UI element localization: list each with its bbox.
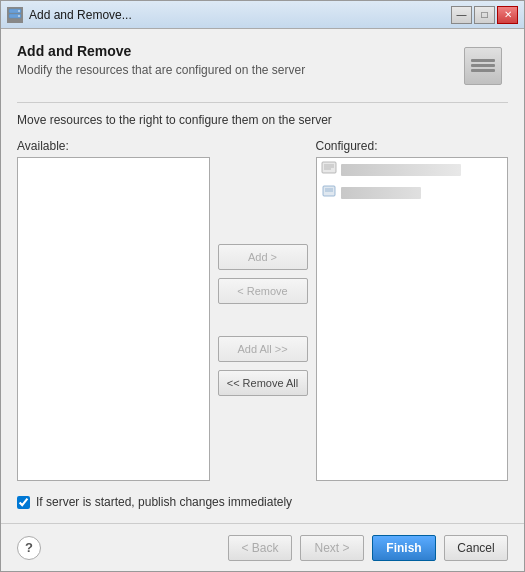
title-bar-buttons: — □ ✕ — [451, 6, 518, 24]
window-title: Add and Remove... — [29, 8, 451, 22]
remove-all-button[interactable]: << Remove All — [218, 370, 308, 396]
checkbox-label[interactable]: If server is started, publish changes im… — [36, 495, 292, 509]
dialog-subtitle: Modify the resources that are configured… — [17, 63, 458, 77]
item-text-2 — [341, 187, 421, 199]
remove-button[interactable]: < Remove — [218, 278, 308, 304]
available-label: Available: — [17, 139, 210, 153]
help-button[interactable]: ? — [17, 536, 41, 560]
header-divider — [17, 102, 508, 103]
svg-point-2 — [18, 10, 20, 12]
footer-buttons: < Back Next > Finish Cancel — [228, 535, 508, 561]
header-section: Add and Remove Modify the resources that… — [17, 43, 508, 88]
lists-section: Available: Add > < Remove Add All >> << … — [17, 139, 508, 481]
checkbox-section: If server is started, publish changes im… — [17, 495, 508, 509]
finish-button[interactable]: Finish — [372, 535, 436, 561]
cancel-button[interactable]: Cancel — [444, 535, 508, 561]
configured-column: Configured: — [316, 139, 509, 481]
action-buttons-column: Add > < Remove Add All >> << Remove All — [218, 139, 308, 481]
back-button[interactable]: < Back — [228, 535, 292, 561]
title-bar: Add and Remove... — □ ✕ — [1, 1, 524, 29]
configured-label: Configured: — [316, 139, 509, 153]
add-all-button[interactable]: Add All >> — [218, 336, 308, 362]
instruction-text: Move resources to the right to configure… — [17, 113, 508, 127]
dialog-content: Add and Remove Modify the resources that… — [1, 29, 524, 523]
dialog-title: Add and Remove — [17, 43, 458, 59]
server-line-1 — [471, 59, 495, 62]
maximize-button[interactable]: □ — [474, 6, 495, 24]
list-item[interactable] — [317, 181, 508, 204]
available-column: Available: — [17, 139, 210, 481]
close-button[interactable]: ✕ — [497, 6, 518, 24]
add-button[interactable]: Add > — [218, 244, 308, 270]
header-icon-area — [458, 43, 508, 88]
next-button[interactable]: Next > — [300, 535, 364, 561]
header-text: Add and Remove Modify the resources that… — [17, 43, 458, 77]
item-text — [341, 164, 461, 176]
server-line-2 — [471, 64, 495, 67]
available-list[interactable] — [17, 157, 210, 481]
server-icon-box — [464, 47, 502, 85]
window-icon — [7, 7, 23, 23]
publish-checkbox[interactable] — [17, 496, 30, 509]
svg-point-3 — [18, 15, 20, 17]
item-icon-2 — [321, 183, 337, 202]
minimize-button[interactable]: — — [451, 6, 472, 24]
configured-list[interactable] — [316, 157, 509, 481]
footer: ? < Back Next > Finish Cancel — [1, 523, 524, 571]
dialog-window: Add and Remove... — □ ✕ Add and Remove M… — [0, 0, 525, 572]
svg-rect-4 — [322, 162, 336, 173]
item-icon — [321, 160, 337, 179]
server-line-3 — [471, 69, 495, 72]
server-icon — [464, 47, 502, 85]
list-item[interactable] — [317, 158, 508, 181]
